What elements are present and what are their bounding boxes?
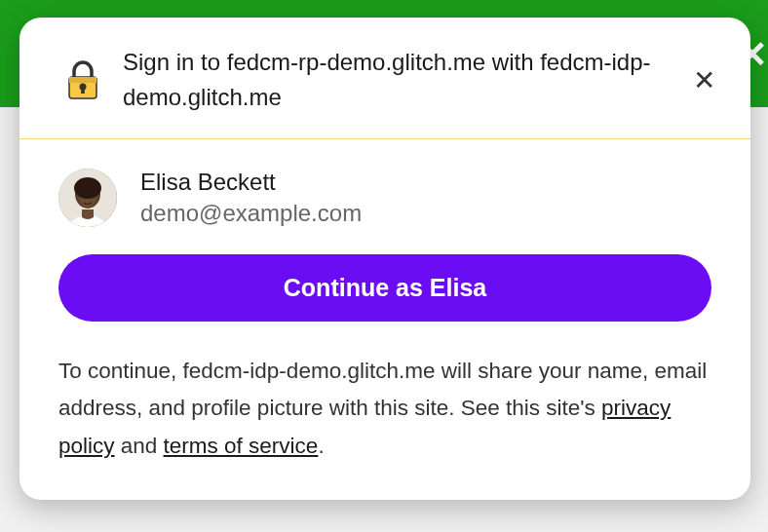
disclosure-text: To continue, fedcm-idp-demo.glitch.me wi… bbox=[19, 322, 750, 500]
continue-button[interactable]: Continue as Elisa bbox=[58, 254, 711, 322]
fedcm-signin-dialog: Sign in to fedcm-rp-demo.glitch.me with … bbox=[19, 18, 750, 500]
disclosure-and: and bbox=[115, 434, 164, 458]
close-button[interactable]: ✕ bbox=[686, 62, 721, 97]
close-icon: ✕ bbox=[693, 64, 715, 96]
account-email: demo@example.com bbox=[140, 200, 362, 227]
avatar bbox=[58, 169, 117, 227]
account-info: Elisa Beckett demo@example.com bbox=[140, 169, 362, 227]
svg-point-10 bbox=[91, 193, 94, 196]
account-name: Elisa Beckett bbox=[140, 169, 362, 196]
dialog-header: Sign in to fedcm-rp-demo.glitch.me with … bbox=[19, 18, 750, 139]
disclosure-suffix: . bbox=[318, 434, 324, 458]
terms-of-service-link[interactable]: terms of service bbox=[164, 434, 319, 458]
svg-point-9 bbox=[83, 193, 86, 196]
account-row: Elisa Beckett demo@example.com bbox=[19, 139, 750, 254]
svg-rect-3 bbox=[81, 88, 85, 94]
lock-icon bbox=[62, 59, 103, 100]
svg-rect-1 bbox=[69, 77, 96, 83]
dialog-title: Sign in to fedcm-rp-demo.glitch.me with … bbox=[123, 45, 667, 115]
svg-point-8 bbox=[74, 177, 101, 199]
